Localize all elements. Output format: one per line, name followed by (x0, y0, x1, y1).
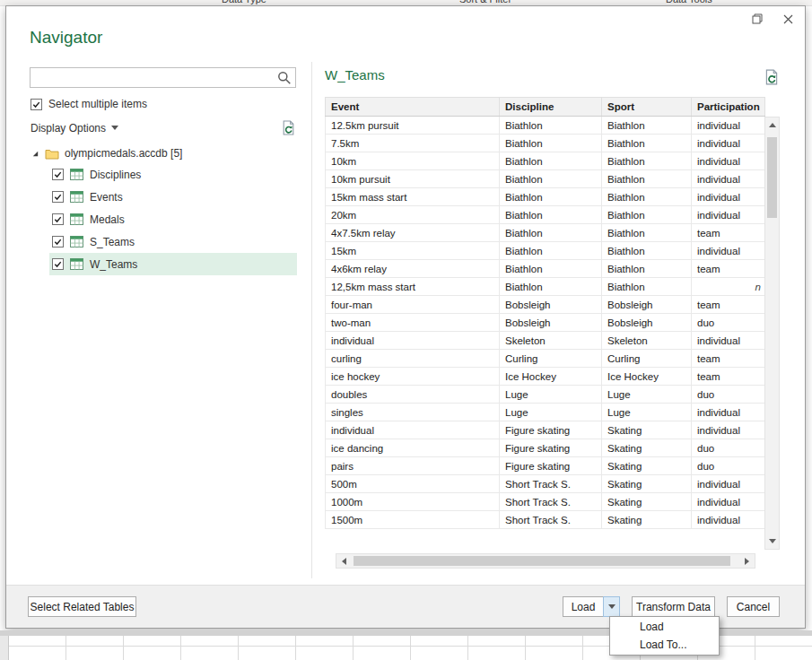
table-cell: 500m (326, 475, 500, 493)
table-cell: Skating (602, 439, 692, 457)
checkbox-checked-icon[interactable] (52, 191, 64, 203)
table-cell: ice hockey (326, 368, 500, 386)
chevron-down-icon (608, 604, 616, 609)
checkbox-checked-icon[interactable] (52, 169, 64, 180)
table-cell: Ice Hockey (602, 368, 692, 386)
menu-item-load-to[interactable]: Load To... (610, 636, 719, 654)
table-cell: individual (692, 475, 765, 493)
table-cell: two-man (326, 314, 500, 332)
table-cell: team (692, 224, 765, 242)
table-cell: 15km (326, 242, 500, 260)
table-cell: 4x6km relay (326, 260, 500, 278)
table-cell: Biathlon (500, 224, 602, 242)
tree-item-s-teams[interactable]: S_Teams (49, 230, 297, 253)
table-row: 7.5kmBiathlonBiathlonindividual (326, 135, 765, 152)
table-cell: Luge (602, 404, 692, 421)
tree-item-label: S_Teams (90, 236, 135, 248)
horizontal-scroll-thumb[interactable] (354, 556, 730, 566)
window-controls (747, 10, 798, 28)
table-cell: Biathlon (500, 117, 602, 135)
vertical-scrollbar[interactable] (764, 117, 780, 550)
navigator-dialog: Navigator (5, 5, 806, 629)
table-cell: Biathlon (500, 152, 602, 170)
table-icon (70, 236, 83, 248)
table-cell: Skating (602, 493, 692, 511)
table-cell: Curling (500, 350, 602, 368)
select-multiple-items-checkbox[interactable]: Select multiple items (31, 98, 147, 110)
table-row: 15km mass startBiathlonBiathlonindividua… (326, 188, 765, 206)
search-icon[interactable] (276, 70, 292, 86)
table-cell: Biathlon (602, 170, 692, 188)
table-row: 12,5km mass startBiathlonBiathlonn (326, 278, 765, 296)
table-row: 4x6km relayBiathlonBiathlonteam (326, 260, 765, 278)
search-input[interactable] (31, 69, 276, 86)
table-cell: Skating (602, 475, 692, 493)
table-cell: 1500m (326, 511, 500, 529)
table-cell: 12,5km mass start (326, 278, 500, 296)
sheet-row-header (0, 636, 9, 660)
table-cell: individual (692, 152, 765, 170)
checkbox-checked-icon[interactable] (52, 213, 64, 225)
expand-collapse-icon[interactable] (31, 150, 39, 158)
table-cell: Biathlon (602, 188, 692, 206)
tree-item-label: Medals (90, 213, 125, 226)
vertical-scroll-thumb[interactable] (767, 137, 777, 218)
table-cell: 15km mass start (326, 188, 500, 206)
transform-data-button[interactable]: Transform Data (632, 596, 715, 617)
table-cell: team (692, 260, 765, 278)
tree-root-olympicmedals[interactable]: olympicmedals.accdb [5] (6, 143, 306, 163)
table-cell: Biathlon (602, 224, 692, 242)
table-cell: 12.5km pursuit (326, 117, 500, 135)
cancel-button[interactable]: Cancel (727, 596, 780, 617)
scroll-down-button[interactable] (765, 534, 779, 548)
table-cell: Figure skating (500, 457, 602, 475)
table-cell: Biathlon (500, 242, 602, 260)
load-dropdown-arrow-button[interactable] (603, 596, 620, 617)
table-cell: Biathlon (500, 135, 602, 152)
close-window-button[interactable] (778, 10, 798, 28)
table-icon (70, 191, 83, 203)
table-row: individualFigure skatingSkatingindividua… (326, 421, 765, 439)
menu-item-load[interactable]: Load (610, 618, 719, 636)
scroll-right-button[interactable] (740, 554, 754, 568)
checkbox-checked-icon[interactable] (52, 236, 64, 248)
scroll-left-button[interactable] (337, 554, 351, 568)
table-row: ice hockeyIce HockeyIce Hockeyteam (326, 368, 765, 386)
arrow-left-icon (342, 558, 346, 565)
tree-item-medals[interactable]: Medals (49, 208, 297, 230)
table-cell: 7.5km (326, 135, 500, 152)
display-options-dropdown[interactable]: Display Options (31, 122, 118, 135)
refresh-icon[interactable] (281, 120, 296, 135)
ribbon-group-label: Data Tools (666, 0, 712, 4)
column-header-event: Event (326, 98, 500, 117)
display-options-row: Display Options (31, 120, 296, 135)
horizontal-scrollbar[interactable] (336, 553, 755, 569)
table-cell: Biathlon (500, 170, 602, 188)
tree-item-w-teams[interactable]: W_Teams (49, 253, 297, 275)
table-cell: individual (692, 188, 765, 206)
restore-window-button[interactable] (747, 10, 767, 28)
display-options-label: Display Options (31, 122, 106, 135)
refresh-preview-icon[interactable] (764, 69, 780, 85)
table-cell: individual (326, 421, 500, 439)
load-button[interactable]: Load (563, 596, 604, 617)
tree-item-label: Events (90, 191, 123, 204)
select-multiple-items-label: Select multiple items (48, 98, 147, 110)
table-cell: duo (692, 457, 765, 475)
table-cell: 10km (326, 152, 500, 170)
table-icon (70, 213, 83, 225)
table-row: singlesLugeLugeindividual (326, 404, 765, 421)
tree-item-disciplines[interactable]: Disciplines (49, 163, 297, 186)
scroll-up-button[interactable] (765, 118, 779, 132)
table-cell: individual (692, 206, 765, 224)
table-cell: Skating (602, 457, 692, 475)
table-row: 500mShort Track S.Skatingindividual (326, 475, 765, 493)
checkbox-checked-icon[interactable] (52, 258, 64, 270)
table-cell: Biathlon (602, 152, 692, 170)
folder-icon (45, 148, 59, 160)
table-row: two-manBobsleighBobsleighduo (326, 314, 765, 332)
select-related-tables-button[interactable]: Select Related Tables (28, 596, 136, 617)
table-cell: duo (692, 386, 765, 404)
table-cell: Curling (602, 350, 692, 368)
tree-item-events[interactable]: Events (49, 186, 297, 208)
